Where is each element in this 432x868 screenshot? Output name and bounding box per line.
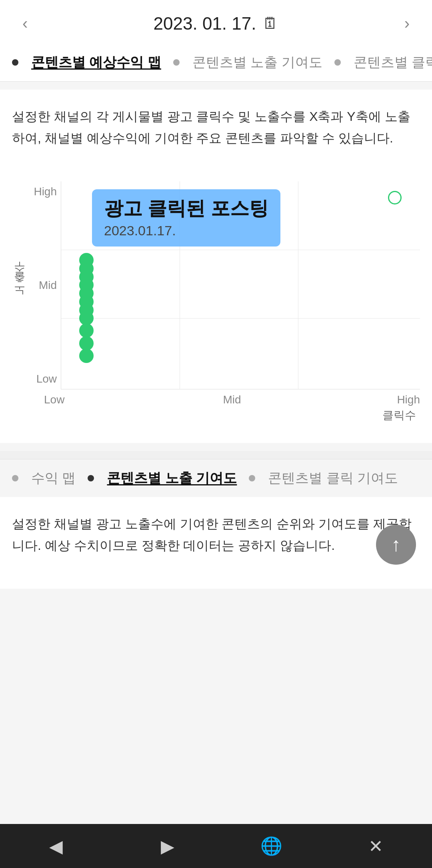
y-labels: High Mid Low: [29, 181, 61, 389]
tooltip-title: 광고 클릭된 포스팅: [104, 196, 268, 221]
prev-button[interactable]: ‹: [16, 11, 34, 36]
tooltip-date: 2023.01.17.: [104, 223, 268, 239]
y-label-mid: Mid: [29, 279, 61, 292]
calendar-icon[interactable]: 🗓: [262, 14, 278, 32]
grid-h-2: [61, 318, 420, 319]
header-title: 2023. 01. 17. 🗓: [154, 14, 279, 34]
grid-v-2: [298, 181, 298, 389]
tab-nav-2: 수익 맵 콘텐츠별 노출 기여도 콘텐츠별 클릭 기여도: [0, 459, 432, 497]
y-axis-title: 노출수: [12, 181, 27, 389]
x-labels: Low Mid High: [12, 389, 420, 406]
bottom-prev-button[interactable]: ◀: [37, 832, 75, 860]
tab-revenue-map[interactable]: 콘텐츠별 예상수익 맵: [23, 44, 169, 81]
tab-s2-exposure[interactable]: 콘텐츠별 노출 기여도: [99, 459, 245, 497]
x-axis-title: 클릭수: [12, 408, 420, 423]
tab-s2-click[interactable]: 콘텐츠별 클릭 기여도: [260, 459, 406, 497]
y-label-high: High: [29, 185, 61, 198]
scroll-top-button[interactable]: ↑: [376, 525, 416, 565]
scroll-top-icon: ↑: [391, 533, 401, 555]
tab-dot-s2-2: [88, 475, 94, 481]
header-date: 2023. 01. 17.: [154, 14, 256, 34]
section1-description: 설정한 채널의 각 게시물별 광고 클릭수 및 노출수를 X축과 Y축에 노출하…: [12, 106, 420, 149]
tab-nav-1: 콘텐츠별 예상수익 맵 콘텐츠별 노출 기여도 콘텐츠별 클릭...: [0, 44, 432, 82]
data-point-10: [79, 349, 94, 363]
section-2: 설정한 채널별 광고 노출수에 기여한 콘텐츠의 순위와 기여도를 제공합니다.…: [0, 497, 432, 589]
tab-dot-s2-1: [12, 475, 18, 481]
chart-tooltip: 광고 클릭된 포스팅 2023.01.17.: [92, 189, 280, 247]
grid-h-1: [61, 250, 420, 250]
x-label-mid: Mid: [169, 393, 294, 406]
next-button[interactable]: ›: [398, 11, 416, 36]
chart-container: 광고 클릭된 포스팅 2023.01.17. 노출수 High Mid Low: [12, 181, 420, 423]
x-label-high: High: [295, 393, 420, 406]
bottom-globe-button[interactable]: 🌐: [260, 836, 282, 856]
x-label-low: Low: [44, 393, 169, 406]
tab-dot-2: [173, 59, 180, 66]
tab-dot-1: [12, 59, 18, 66]
bottom-next-button[interactable]: ▶: [149, 832, 186, 860]
tab-dot-3: [334, 59, 341, 66]
section-divider: [0, 451, 432, 459]
bottom-nav: ◀ ▶ 🌐 ✕: [0, 824, 432, 868]
bottom-spacer: [0, 589, 432, 641]
tab-s2-revenue[interactable]: 수익 맵: [23, 459, 84, 497]
section-1: 설정한 채널의 각 게시물별 광고 클릭수 및 노출수를 X축과 Y축에 노출하…: [0, 90, 432, 443]
data-point-11: [388, 191, 402, 204]
bottom-close-button[interactable]: ✕: [356, 832, 395, 860]
section2-description: 설정한 채널별 광고 노출수에 기여한 콘텐츠의 순위와 기여도를 제공합니다.…: [12, 513, 420, 557]
tab-exposure[interactable]: 콘텐츠별 노출 기여도: [184, 44, 330, 81]
y-label-low: Low: [29, 373, 61, 385]
tab-dot-s2-3: [249, 475, 255, 481]
tab-click[interactable]: 콘텐츠별 클릭...: [346, 44, 432, 81]
header: ‹ 2023. 01. 17. 🗓 ›: [0, 0, 432, 44]
